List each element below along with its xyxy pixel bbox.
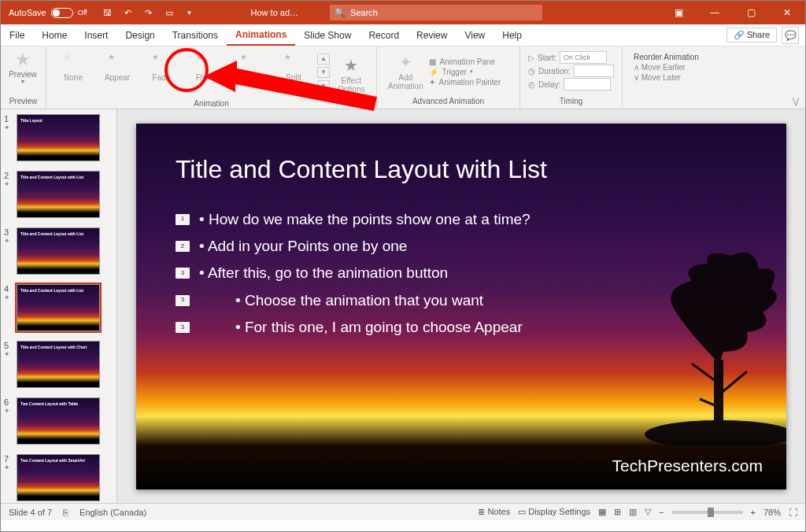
anim-fade[interactable]: ★Fade	[141, 53, 182, 82]
comments-button[interactable]: 💬	[782, 27, 799, 44]
tab-home[interactable]: Home	[33, 24, 76, 46]
ribbon-display-icon[interactable]: ▣	[660, 7, 697, 18]
bullet-text: After this, go to the animation button	[208, 264, 448, 281]
tab-review[interactable]: Review	[408, 24, 456, 46]
search-input[interactable]: 🔍 Search	[330, 5, 542, 20]
thumbnail-3[interactable]: 3✦Title and Content Layout with List	[1, 223, 116, 279]
star-icon: ★	[240, 53, 259, 72]
gallery-more[interactable]: ▲▼▾	[317, 53, 330, 92]
effect-options-button[interactable]: ★ Effect Options	[333, 53, 369, 97]
start-slideshow-icon[interactable]: ▭	[163, 6, 176, 19]
reading-view-icon[interactable]: ▥	[629, 507, 637, 517]
thumbnail-6[interactable]: 6✦Two Content Layout with Table	[1, 393, 116, 449]
delay-label: Delay:	[538, 80, 560, 89]
thumbnail-5[interactable]: 5✦Title and Content Layout with Chart	[1, 336, 116, 393]
trigger-button[interactable]: ⚡Trigger ▾	[429, 68, 501, 76]
tab-slide-show[interactable]: Slide Show	[295, 24, 360, 46]
slideshow-view-icon[interactable]: ▽	[645, 507, 651, 517]
add-animation-button[interactable]: ✦ Add Animation	[383, 50, 427, 94]
group-preview-label: Preview	[7, 94, 39, 109]
tab-help[interactable]: Help	[494, 24, 531, 46]
slide-canvas[interactable]: Title and Content Layout with List 1• Ho…	[117, 109, 805, 503]
toggle-state: Off	[78, 9, 87, 17]
share-button[interactable]: 🔗 Share	[727, 28, 777, 42]
normal-view-icon[interactable]: ▦	[598, 507, 606, 517]
bullet-text: For this one, I am going to choose Appea…	[245, 319, 523, 335]
qat-dropdown-icon[interactable]: ▼	[183, 6, 196, 19]
duration-input[interactable]	[574, 65, 614, 77]
thumbnail-1[interactable]: 1✦Title Layout	[1, 109, 116, 166]
toggle-off-icon	[51, 8, 73, 18]
tree-silhouette	[582, 242, 786, 446]
move-earlier-button[interactable]: ∧ Move Earlier	[634, 63, 775, 72]
tab-design[interactable]: Design	[116, 24, 163, 46]
tab-view[interactable]: View	[456, 24, 494, 46]
close-icon[interactable]: ✕	[769, 7, 805, 18]
star-icon: ★	[196, 53, 215, 72]
anim-split[interactable]: ★Split	[273, 53, 314, 82]
thumbnail-7[interactable]: 7✦Two Content Layout with SmartArt	[1, 449, 116, 503]
anim-tag[interactable]: 3	[176, 268, 190, 279]
animation-gallery: ☆None ★Appear ★Fade ★Fly In ★Float In ★S…	[53, 50, 370, 97]
animation-painter-button[interactable]: ✦Animation Painter	[429, 78, 501, 87]
main-area: 1✦Title Layout 2✦Title and Content Layou…	[1, 109, 805, 503]
save-icon[interactable]: 🖫	[102, 6, 114, 19]
thumbnail-2[interactable]: 2✦Title and Content Layout with List	[1, 166, 116, 223]
reorder-label: Reorder Animation	[634, 53, 775, 61]
anim-none[interactable]: ☆None	[53, 53, 94, 82]
undo-icon[interactable]: ↶	[122, 6, 135, 19]
autosave-label: AutoSave	[9, 8, 46, 17]
animation-pane-button[interactable]: ▦Animation Pane	[429, 57, 501, 66]
anim-tag[interactable]: 2	[176, 241, 190, 252]
language-button[interactable]: English (Canada)	[79, 508, 146, 517]
collapse-ribbon-icon[interactable]: ⋁	[793, 97, 799, 105]
sorter-view-icon[interactable]: ⊞	[614, 507, 621, 517]
tab-insert[interactable]: Insert	[76, 24, 116, 46]
play-icon: ▷	[528, 54, 534, 62]
star-icon: ★	[108, 53, 127, 72]
anim-fly-in[interactable]: ★Fly In	[185, 53, 226, 82]
search-placeholder: Search	[350, 8, 378, 17]
star-plus-icon: ✦	[399, 53, 412, 72]
anim-tag[interactable]: 3	[176, 295, 190, 306]
autosave-toggle[interactable]: AutoSave Off	[1, 8, 95, 18]
tab-record[interactable]: Record	[360, 24, 408, 46]
thumbnail-4[interactable]: 4✦Title and Content Layout with List	[1, 279, 116, 336]
tab-file[interactable]: File	[1, 24, 33, 46]
preview-label: Preview	[9, 70, 37, 79]
status-bar: Slide 4 of 7 ⎘ English (Canada) ≣ Notes …	[1, 503, 805, 520]
star-icon: ★	[344, 56, 358, 75]
start-select[interactable]: On Click	[560, 51, 607, 64]
anim-tag[interactable]: 3	[176, 322, 190, 333]
redo-icon[interactable]: ↷	[142, 6, 155, 19]
delay-icon: ◴	[528, 80, 535, 89]
svg-rect-1	[714, 360, 723, 438]
minimize-icon[interactable]: ―	[697, 7, 733, 18]
anim-float-in[interactable]: ★Float In	[229, 53, 270, 82]
zoom-level[interactable]: 78%	[763, 508, 781, 517]
delay-input[interactable]	[564, 78, 611, 91]
document-title: How to ad…	[251, 8, 299, 17]
tab-transitions[interactable]: Transitions	[164, 24, 227, 46]
maximize-icon[interactable]: ▢	[733, 7, 769, 18]
anim-tag[interactable]: 1	[176, 214, 190, 225]
accessibility-icon[interactable]: ⎘	[63, 508, 68, 517]
display-settings-button[interactable]: ▭ Display Settings	[518, 507, 590, 517]
slide-counter[interactable]: Slide 4 of 7	[9, 508, 52, 517]
zoom-in-icon[interactable]: +	[751, 508, 756, 517]
group-animation-label: Animation	[53, 97, 370, 110]
duration-label: Duration:	[538, 67, 571, 76]
group-advanced-label: Advanced Animation	[383, 94, 513, 109]
tab-animations[interactable]: Animations	[227, 24, 295, 46]
bullet-text: How do we make the points show one at a …	[209, 211, 531, 227]
search-icon: 🔍	[335, 8, 346, 18]
zoom-out-icon[interactable]: −	[659, 508, 664, 517]
notes-button[interactable]: ≣ Notes	[478, 507, 510, 517]
painter-icon: ✦	[429, 78, 435, 87]
fit-to-window-icon[interactable]: ⛶	[789, 508, 797, 517]
trigger-icon: ⚡	[429, 68, 438, 76]
preview-button[interactable]: ★ Preview ▼	[7, 50, 39, 84]
anim-appear[interactable]: ★Appear	[97, 53, 138, 82]
zoom-slider[interactable]	[672, 511, 743, 514]
move-later-button[interactable]: ∨ Move Later	[634, 73, 775, 82]
